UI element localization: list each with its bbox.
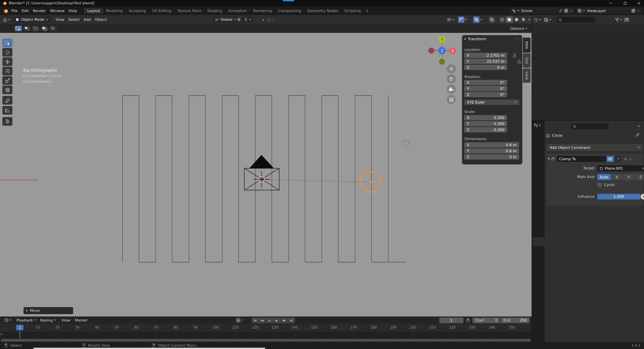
viewlayer-selector[interactable]: ViewLayer bbox=[576, 7, 642, 14]
menu-window[interactable]: Window bbox=[48, 9, 66, 13]
autokey-toggle[interactable] bbox=[236, 317, 244, 323]
panel-drag-dots[interactable] bbox=[515, 38, 519, 40]
scale-z-field[interactable]: Z0.300 bbox=[464, 127, 507, 132]
prev-keyframe-button[interactable]: ◂◂ bbox=[259, 317, 266, 323]
timeline-scrollbar[interactable] bbox=[1, 339, 531, 342]
editor-type-selector[interactable] bbox=[3, 17, 10, 22]
axis-auto-button[interactable]: Auto bbox=[597, 174, 611, 180]
tool-transform[interactable] bbox=[2, 85, 12, 94]
new-collection-button[interactable] bbox=[624, 17, 630, 22]
current-frame-marker[interactable]: 1 bbox=[16, 325, 23, 330]
viewport-zoom-button[interactable] bbox=[447, 64, 456, 73]
tab-modeling[interactable]: Modeling bbox=[103, 8, 126, 14]
rotation-y-field[interactable]: Y0° bbox=[464, 86, 507, 91]
axis-x-button[interactable]: X bbox=[611, 174, 623, 180]
influence-slider[interactable]: 1.000 bbox=[597, 194, 640, 199]
snap-settings-dropdown[interactable] bbox=[242, 16, 253, 23]
current-frame-field[interactable]: 1 bbox=[439, 317, 463, 323]
menu-render[interactable]: Render bbox=[31, 9, 48, 13]
menu-keying[interactable]: Keying bbox=[40, 318, 56, 323]
sidebar-tab-view[interactable]: View bbox=[523, 68, 531, 83]
overlays-caret[interactable] bbox=[480, 19, 482, 20]
timeline-expand-arrow[interactable] bbox=[1, 333, 2, 335]
constraint-delete-icon[interactable] bbox=[624, 157, 627, 161]
location-y-field[interactable]: Y22.537 m bbox=[464, 59, 507, 64]
tab-layout[interactable]: Layout bbox=[84, 8, 103, 14]
shading-material-button[interactable] bbox=[513, 16, 520, 23]
tool-scale[interactable] bbox=[2, 76, 12, 85]
menu-view[interactable]: View bbox=[53, 17, 66, 22]
constraint-extras-dropdown[interactable] bbox=[615, 156, 621, 162]
menu-timeline-view[interactable]: View bbox=[59, 318, 72, 323]
dimensions-x-field[interactable]: X0.6 m bbox=[464, 142, 519, 148]
next-keyframe-button[interactable]: ▸▸ bbox=[281, 317, 288, 323]
proportional-edit-toggle[interactable] bbox=[261, 18, 274, 22]
location-z-field[interactable]: Z0 m bbox=[464, 65, 507, 70]
snap-toggle[interactable] bbox=[237, 17, 241, 22]
tab-texture-paint[interactable]: Texture Paint bbox=[175, 8, 204, 14]
menu-add[interactable]: Add bbox=[82, 17, 93, 22]
influence-clear-button[interactable] bbox=[641, 194, 644, 199]
axis-z-button[interactable]: Z bbox=[635, 174, 644, 180]
play-button[interactable]: ▸ bbox=[273, 317, 281, 323]
tab-uv-editing[interactable]: UV Editing bbox=[149, 8, 174, 14]
frame-end-field[interactable]: End250 bbox=[501, 317, 530, 323]
constraint-drag-dots[interactable] bbox=[629, 158, 633, 160]
tab-compositing[interactable]: Compositing bbox=[275, 8, 304, 14]
minimize-button[interactable] bbox=[608, 1, 613, 6]
menu-object[interactable]: Object bbox=[93, 17, 109, 22]
select-mode-extend[interactable] bbox=[23, 26, 31, 31]
axis-y-button[interactable]: Y bbox=[623, 174, 634, 180]
shading-rendered-button[interactable] bbox=[520, 16, 527, 23]
sidebar-tab-tool[interactable]: Tool bbox=[523, 53, 531, 68]
timeline-track[interactable] bbox=[0, 332, 532, 338]
tab-rendering[interactable]: Rendering bbox=[250, 8, 275, 14]
menu-file[interactable]: File bbox=[9, 9, 19, 13]
tool-cursor[interactable] bbox=[2, 48, 12, 57]
add-constraint-button[interactable]: Add Object Constraint bbox=[547, 144, 643, 151]
viewport-ortho-button[interactable] bbox=[447, 95, 456, 104]
target-field[interactable]: Plane.001 bbox=[597, 165, 644, 171]
viewport-3d[interactable]: Top Orthographic (1) Collection | Circle… bbox=[0, 33, 532, 316]
sidebar-tab-item[interactable]: Item bbox=[523, 38, 531, 53]
maximize-button[interactable] bbox=[623, 1, 628, 6]
new-scene-icon[interactable] bbox=[564, 8, 568, 13]
select-mode-set[interactable] bbox=[15, 26, 22, 31]
pin-icon[interactable] bbox=[559, 9, 562, 13]
tab-geometry-nodes[interactable]: Geometry Nodes bbox=[304, 8, 341, 14]
menu-select[interactable]: Select bbox=[66, 17, 82, 22]
target-clear-icon[interactable] bbox=[642, 167, 644, 170]
play-reverse-button[interactable]: ◂ bbox=[266, 317, 273, 323]
lock-location-y-icon[interactable] bbox=[518, 59, 521, 63]
jump-end-button[interactable]: ▸| bbox=[288, 317, 295, 323]
properties-editor-type-selector[interactable] bbox=[534, 123, 541, 127]
blender-menu-logo-icon[interactable] bbox=[3, 8, 8, 13]
operator-panel-move[interactable]: Move bbox=[23, 307, 73, 314]
options-dropdown[interactable]: Options bbox=[510, 26, 528, 31]
outliner-display-mode[interactable] bbox=[544, 18, 551, 22]
tab-sculpting[interactable]: Sculpting bbox=[126, 8, 149, 14]
xray-toggle[interactable] bbox=[489, 16, 495, 23]
tab-animation[interactable]: Animation bbox=[225, 8, 250, 14]
scale-y-field[interactable]: Y0.300 bbox=[464, 121, 507, 126]
tool-measure[interactable] bbox=[2, 106, 12, 115]
outliner-search-input[interactable] bbox=[556, 17, 596, 23]
tool-rotate[interactable] bbox=[2, 67, 12, 75]
jump-start-button[interactable]: |◂ bbox=[252, 317, 259, 323]
rotation-x-field[interactable]: X0° bbox=[464, 80, 507, 85]
timeline-editor-type-selector[interactable] bbox=[3, 317, 13, 323]
tool-annotate[interactable] bbox=[2, 96, 12, 105]
visibility-dropdown[interactable] bbox=[447, 18, 454, 21]
rotation-z-field[interactable]: Z0° bbox=[464, 92, 507, 97]
use-preview-range-icon[interactable] bbox=[466, 318, 470, 323]
viewport-camera-button[interactable] bbox=[447, 85, 456, 94]
viewport-pan-button[interactable] bbox=[447, 74, 456, 83]
shading-wireframe-button[interactable] bbox=[499, 16, 506, 23]
select-mode-invert[interactable] bbox=[41, 26, 48, 31]
dimensions-z-field[interactable]: Z0 m bbox=[464, 154, 519, 160]
tool-select-box[interactable] bbox=[2, 39, 12, 47]
tab-scripting[interactable]: Scripting bbox=[341, 8, 364, 14]
constraint-collapse-caret[interactable] bbox=[548, 158, 550, 160]
transform-panel-collapse[interactable] bbox=[464, 39, 466, 40]
remove-viewlayer-icon[interactable] bbox=[637, 9, 640, 12]
